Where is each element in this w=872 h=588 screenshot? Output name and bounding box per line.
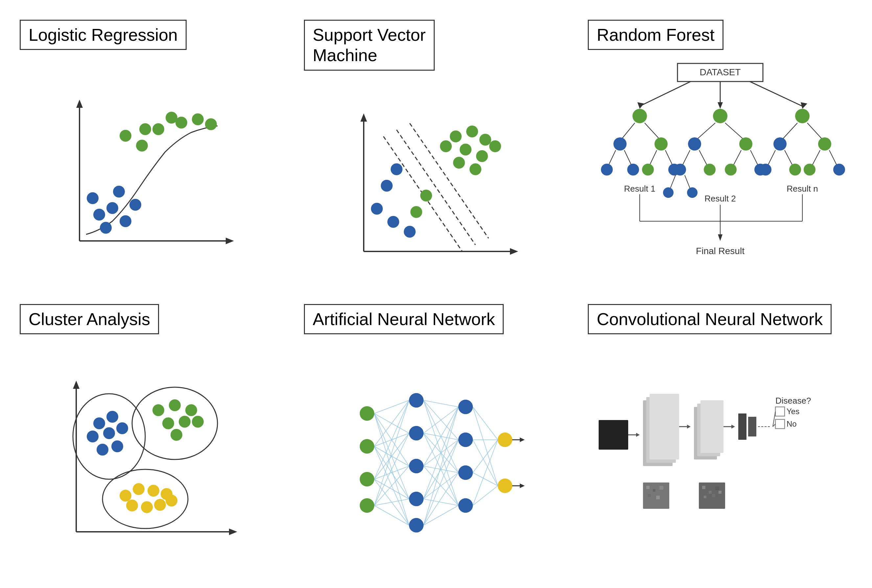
svg-point-36 — [411, 206, 422, 218]
label-random-forest: Random Forest — [588, 20, 723, 50]
svg-point-80 — [687, 188, 698, 198]
label-convolutional-neural-network: Convolutional Neural Network — [588, 304, 832, 334]
svg-point-125 — [133, 483, 145, 495]
svg-marker-45 — [637, 102, 644, 109]
svg-point-18 — [87, 192, 99, 204]
svg-text:Result n: Result n — [787, 184, 818, 194]
diagram-artificial-neural-network — [304, 344, 568, 568]
svg-rect-227 — [738, 414, 746, 440]
svg-point-74 — [725, 164, 737, 176]
main-grid: Logistic Regression — [0, 0, 872, 588]
svg-point-122 — [171, 429, 182, 441]
svg-line-186 — [424, 506, 458, 525]
svg-point-10 — [139, 123, 151, 135]
svg-line-48 — [750, 81, 802, 106]
svg-point-112 — [116, 422, 128, 434]
cell-random-forest: Random Forest DATASET — [581, 13, 859, 291]
svg-point-68 — [739, 137, 752, 150]
svg-point-118 — [185, 404, 197, 416]
svg-point-111 — [103, 427, 115, 439]
svg-rect-240 — [659, 486, 663, 490]
svg-point-64 — [713, 109, 727, 123]
svg-text:DATASET: DATASET — [700, 67, 740, 77]
svg-point-40 — [387, 216, 399, 228]
svg-point-115 — [132, 387, 217, 459]
svg-point-208 — [498, 432, 512, 447]
svg-text:Final Result: Final Result — [696, 246, 745, 256]
svg-line-163 — [374, 433, 409, 506]
svg-point-33 — [453, 157, 465, 169]
svg-point-88 — [760, 164, 772, 176]
svg-point-58 — [627, 164, 639, 176]
svg-text:Yes: Yes — [787, 407, 799, 416]
svg-line-57 — [624, 150, 631, 165]
svg-point-41 — [404, 226, 416, 238]
cell-convolutional-neural-network: Convolutional Neural Network — [581, 297, 859, 575]
svg-rect-247 — [715, 486, 719, 490]
svg-point-34 — [469, 164, 481, 175]
svg-point-201 — [409, 459, 424, 473]
svg-line-55 — [608, 150, 616, 165]
svg-point-16 — [113, 186, 125, 198]
svg-point-32 — [440, 140, 452, 152]
svg-line-187 — [473, 407, 498, 440]
svg-point-78 — [663, 188, 674, 198]
svg-point-200 — [409, 426, 424, 440]
svg-point-4 — [153, 123, 164, 135]
label-logistic-regression: Logistic Regression — [20, 20, 187, 50]
svg-rect-239 — [653, 489, 655, 492]
svg-marker-101 — [718, 234, 722, 241]
svg-point-130 — [154, 499, 166, 511]
svg-point-116 — [153, 404, 164, 416]
svg-rect-231 — [775, 407, 785, 416]
svg-point-30 — [476, 150, 488, 162]
svg-point-117 — [169, 399, 181, 411]
svg-marker-211 — [520, 438, 525, 442]
svg-rect-245 — [702, 486, 706, 489]
svg-rect-246 — [709, 491, 712, 494]
svg-rect-243 — [663, 492, 665, 495]
svg-point-109 — [106, 411, 118, 423]
diagram-convolutional-neural-network: Disease? Yes No — [588, 344, 852, 568]
svg-point-114 — [111, 440, 123, 452]
svg-line-53 — [645, 123, 659, 139]
svg-point-90 — [789, 164, 801, 176]
svg-rect-249 — [712, 494, 715, 497]
svg-line-191 — [473, 440, 498, 472]
svg-text:No: No — [787, 419, 797, 428]
svg-point-14 — [100, 222, 112, 234]
svg-point-110 — [87, 430, 99, 442]
svg-point-17 — [129, 199, 141, 211]
svg-point-29 — [460, 144, 472, 156]
svg-marker-3 — [226, 238, 234, 244]
svg-point-8 — [205, 118, 217, 130]
svg-marker-2 — [76, 100, 83, 108]
svg-point-35 — [420, 190, 432, 201]
svg-line-83 — [783, 123, 797, 139]
svg-line-71 — [699, 150, 707, 165]
svg-point-38 — [391, 164, 403, 175]
svg-marker-221 — [687, 424, 691, 429]
svg-rect-228 — [748, 417, 757, 436]
svg-text:Result 2: Result 2 — [704, 194, 736, 204]
svg-point-56 — [601, 164, 613, 176]
svg-rect-238 — [646, 486, 650, 489]
svg-point-119 — [162, 417, 174, 429]
svg-line-93 — [829, 150, 837, 165]
svg-line-51 — [622, 123, 635, 139]
svg-point-27 — [466, 126, 478, 137]
svg-point-128 — [126, 500, 138, 512]
svg-point-52 — [613, 137, 626, 150]
svg-point-198 — [360, 498, 374, 513]
svg-marker-213 — [520, 483, 525, 488]
svg-rect-219 — [650, 394, 679, 459]
svg-line-75 — [751, 150, 758, 165]
svg-line-59 — [650, 150, 657, 165]
svg-point-195 — [360, 406, 374, 421]
svg-rect-214 — [599, 420, 628, 450]
svg-line-73 — [733, 150, 741, 165]
svg-line-61 — [665, 150, 673, 165]
svg-marker-216 — [636, 433, 640, 437]
svg-marker-106 — [229, 528, 237, 535]
svg-point-84 — [773, 137, 787, 150]
